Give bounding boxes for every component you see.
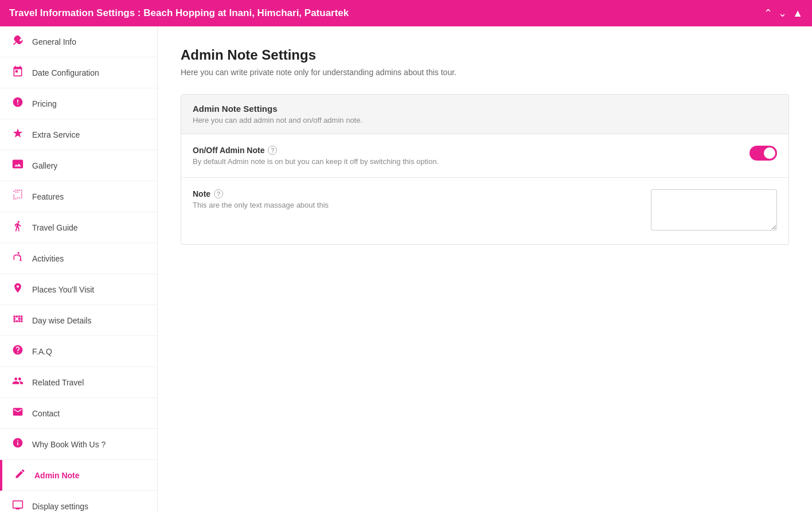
sidebar-item-date-configuration[interactable]: Date Configuration [0, 57, 157, 88]
related-icon [11, 375, 24, 389]
sidebar-label-date-configuration: Date Configuration [32, 68, 99, 77]
card-header: Admin Note Settings Here you can add adm… [181, 95, 788, 134]
sidebar-item-places[interactable]: Places You'll Visit [0, 274, 157, 305]
topbar-title: Travel Information Settings : Beach Hopp… [9, 7, 349, 19]
note-textarea-wrap [651, 189, 777, 233]
guide-icon [11, 220, 24, 235]
topbar-controls: ⌃ ⌄ ▲ [764, 7, 803, 19]
sidebar-item-why-book[interactable]: Why Book With Us ? [0, 429, 157, 460]
sidebar-label-features: Features [32, 192, 64, 201]
toggle-label: On/Off Admin Note ? [193, 146, 439, 155]
sidebar-label-related-travel: Related Travel [32, 378, 84, 387]
sidebar-label-travel-guide: Travel Guide [32, 223, 78, 232]
expand-icon[interactable]: ▲ [793, 7, 803, 19]
sidebar-item-faq[interactable]: F.A.Q [0, 336, 157, 367]
sidebar-label-admin-note: Admin Note [34, 471, 80, 480]
chevron-down-icon[interactable]: ⌄ [778, 7, 787, 19]
sidebar-label-gallery: Gallery [32, 161, 57, 170]
sidebar-item-related-travel[interactable]: Related Travel [0, 367, 157, 398]
sidebar-item-travel-guide[interactable]: Travel Guide [0, 212, 157, 243]
sidebar-label-day-wise: Day wise Details [32, 316, 91, 325]
daywise-icon [11, 313, 24, 327]
card-header-subtitle: Here you can add admin not and on/off ad… [193, 116, 777, 124]
sidebar-label-extra-service: Extra Service [32, 130, 80, 139]
pricing-icon [11, 96, 24, 111]
sidebar-item-features[interactable]: Features [0, 181, 157, 212]
admin-note-toggle[interactable] [749, 146, 777, 161]
note-section: Note ? This are the only text massage ab… [181, 178, 788, 244]
layout: General Info Date Configuration Pricing … [0, 26, 812, 511]
info-icon [11, 437, 24, 451]
sidebar-label-why-book: Why Book With Us ? [32, 440, 106, 449]
gallery-icon [11, 158, 24, 173]
note-help-icon[interactable]: ? [214, 189, 223, 198]
admin-note-card: Admin Note Settings Here you can add adm… [181, 94, 789, 245]
toggle-section-inner: On/Off Admin Note ? By default Admin not… [193, 146, 777, 166]
sidebar-label-pricing: Pricing [32, 99, 57, 108]
sidebar-item-display-settings[interactable]: Display settings [0, 491, 157, 511]
sidebar-item-general-info[interactable]: General Info [0, 26, 157, 57]
trophy-icon [11, 127, 24, 142]
display-icon [11, 499, 24, 511]
toggle-section: On/Off Admin Note ? By default Admin not… [181, 134, 788, 178]
toggle-left: On/Off Admin Note ? By default Admin not… [193, 146, 439, 166]
question-icon [11, 344, 24, 358]
edit-icon [14, 468, 26, 482]
sidebar-label-display-settings: Display settings [32, 502, 88, 511]
sidebar-label-contact: Contact [32, 409, 60, 418]
contact-icon [11, 406, 24, 420]
main-content: Admin Note Settings Here you can write p… [158, 26, 812, 511]
sidebar-item-gallery[interactable]: Gallery [0, 150, 157, 181]
toggle-desc: By default Admin note is on but you can … [193, 157, 439, 166]
toggle-thumb [764, 147, 775, 159]
wrench-icon [11, 34, 24, 49]
toggle-help-icon[interactable]: ? [268, 146, 277, 155]
sidebar-item-extra-service[interactable]: Extra Service [0, 119, 157, 150]
sidebar-label-general-info: General Info [32, 37, 76, 46]
note-label: Note ? [193, 189, 639, 198]
note-left: Note ? This are the only text massage ab… [193, 189, 639, 209]
sidebar-item-contact[interactable]: Contact [0, 398, 157, 429]
calendar-icon [11, 65, 24, 80]
page-title: Admin Note Settings [181, 47, 789, 63]
card-header-title: Admin Note Settings [193, 104, 777, 114]
sidebar: General Info Date Configuration Pricing … [0, 26, 158, 511]
features-icon [11, 189, 24, 204]
sidebar-item-admin-note[interactable]: Admin Note [0, 460, 157, 491]
sidebar-label-activities: Activities [32, 254, 64, 263]
sidebar-label-places: Places You'll Visit [32, 285, 94, 294]
pin-icon [11, 282, 24, 297]
sidebar-item-pricing[interactable]: Pricing [0, 88, 157, 119]
topbar: Travel Information Settings : Beach Hopp… [0, 0, 812, 26]
sidebar-item-activities[interactable]: Activities [0, 243, 157, 274]
note-desc: This are the only text massage about thi… [193, 201, 537, 209]
activity-icon [11, 251, 24, 266]
chevron-up-icon[interactable]: ⌃ [764, 7, 772, 19]
page-subtitle: Here you can write private note only for… [181, 68, 789, 77]
sidebar-label-faq: F.A.Q [32, 347, 52, 356]
note-textarea[interactable] [651, 189, 777, 231]
sidebar-item-day-wise[interactable]: Day wise Details [0, 305, 157, 336]
toggle-wrap[interactable] [749, 146, 777, 163]
